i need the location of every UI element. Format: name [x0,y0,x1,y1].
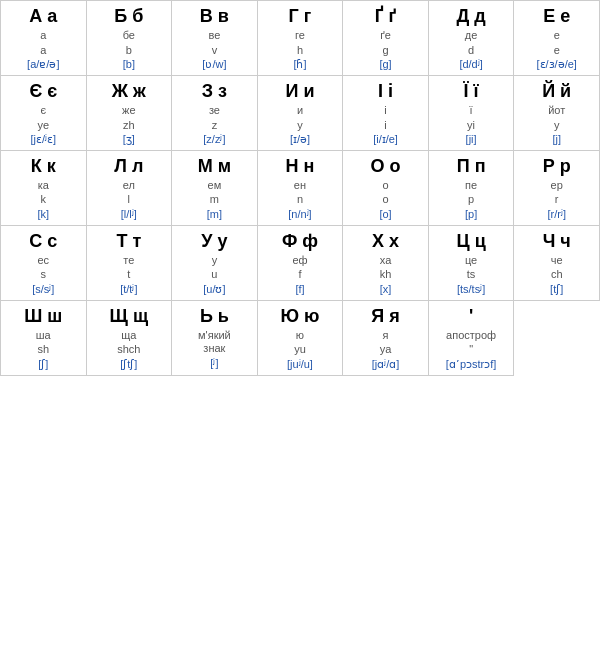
letter-ipa: [ʋ/w] [202,58,226,71]
letter-ipa: [z/zʲ] [203,133,225,146]
letter-roman: l [128,193,130,206]
letter-main: А а [29,5,57,28]
letter-ipa: [m] [207,208,222,221]
alphabet-cell: Ґ ґґеg[g] [343,1,429,76]
letter-roman: zh [123,119,135,132]
alphabet-cell: Щ щщаshch[ʃtʃ] [86,300,172,375]
letter-main: Ч ч [543,230,571,253]
letter-name: ем [208,179,222,192]
letter-main: Л л [114,155,143,178]
letter-ipa: [u/ʊ] [203,283,225,296]
letter-roman: y [297,119,303,132]
letter-roman: ye [37,119,49,132]
letter-name: ес [37,254,49,267]
alphabet-cell: Ь ьм'який знак[ʲ] [172,300,258,375]
letter-main: З з [202,80,227,103]
letter-name: те [123,254,134,267]
letter-ipa: [jɑʲ/ɑ] [372,358,400,371]
alphabet-cell: П ппеp[p] [428,150,514,225]
alphabet-cell: Є єєye[jɛ/ʲɛ] [1,75,87,150]
letter-ipa: [f] [295,283,304,296]
letter-main: Е е [543,5,570,28]
letter-main: Ф ф [282,230,318,253]
letter-main: Ш ш [24,305,62,328]
letter-name: же [122,104,135,117]
letter-roman: i [384,119,386,132]
letter-main: Д д [456,5,485,28]
alphabet-cell: С сесs[s/sʲ] [1,225,87,300]
letter-main: Х х [372,230,399,253]
alphabet-cell: Д ддеd[d/dʲ] [428,1,514,76]
letter-name: є [40,104,46,117]
letter-roman: kh [380,268,392,281]
alphabet-cell: Р рерr[r/rʲ] [514,150,600,225]
alphabet-cell: М мемm[m] [172,150,258,225]
letter-ipa: [i/ɪ/e] [373,133,398,146]
letter-main: К к [31,155,56,178]
letter-ipa: [jɛ/ʲɛ] [30,133,56,146]
letter-main: Р р [543,155,571,178]
letter-roman: ch [551,268,563,281]
alphabet-cell: З ззеz[z/zʲ] [172,75,258,150]
letter-ipa: [ʲ] [210,357,218,370]
letter-roman: v [212,44,218,57]
letter-ipa: [n/nʲ] [288,208,311,221]
letter-main: Н н [286,155,315,178]
alphabet-cell: Б ббеb[b] [86,1,172,76]
letter-name: де [465,29,478,42]
letter-name: бе [123,29,135,42]
letter-main: Є є [29,80,57,103]
letter-roman: g [382,44,388,57]
letter-roman: yi [467,119,475,132]
letter-main: Г г [289,5,312,28]
letter-ipa: [tʃ] [550,283,563,296]
letter-ipa: [ʒ] [123,133,135,146]
alphabet-cell: Ї їїyi[ji] [428,75,514,150]
letter-ipa: [r/rʲ] [547,208,566,221]
letter-name: ша [36,329,51,342]
letter-name: ща [121,329,136,342]
letter-roman: z [212,119,218,132]
letter-name: зе [209,104,220,117]
letter-name: ен [294,179,306,192]
alphabet-cell: Г ггеh[ɦ] [257,1,343,76]
letter-main: О о [371,155,401,178]
alphabet-cell: Ч ччеch[tʃ] [514,225,600,300]
letter-main: Ц ц [456,230,485,253]
alphabet-cell: У ууu[u/ʊ] [172,225,258,300]
letter-main: М м [198,155,231,178]
letter-main: Й й [542,80,571,103]
letter-roman: f [298,268,301,281]
letter-name: ї [470,104,473,117]
letter-ipa: [ɛ/ɜ/ə/e] [536,58,576,71]
letter-roman: m [210,193,219,206]
letter-name: ю [296,329,304,342]
alphabet-cell: Х ххаkh[x] [343,225,429,300]
letter-main: И и [285,80,314,103]
alphabet-cell: А ааa[a/ɐ/ə] [1,1,87,76]
letter-roman: u [211,268,217,281]
letter-roman: e [554,44,560,57]
letter-roman: b [126,44,132,57]
letter-main: Щ щ [110,305,149,328]
letter-main: Я я [371,305,399,328]
letter-ipa: [p] [465,208,477,221]
alphabet-cell: К ккаk[k] [1,150,87,225]
letter-name: ґе [380,29,391,42]
letter-name: е [554,29,560,42]
letter-ipa: [k] [37,208,49,221]
letter-name: м'який знак [198,329,231,355]
letter-roman: sh [37,343,49,356]
letter-name: йот [548,104,565,117]
letter-ipa: [g] [379,58,391,71]
alphabet-cell: І ііi[i/ɪ/e] [343,75,429,150]
letter-roman: n [297,193,303,206]
alphabet-cell: Ш шшаsh[ʃ] [1,300,87,375]
letter-name: ел [123,179,135,192]
letter-ipa: [ʃtʃ] [120,358,137,371]
alphabet-cell: Ж жжеzh[ʒ] [86,75,172,150]
letter-roman: h [297,44,303,57]
letter-main: В в [200,5,229,28]
letter-name: я [383,329,389,342]
letter-main: Т т [116,230,141,253]
